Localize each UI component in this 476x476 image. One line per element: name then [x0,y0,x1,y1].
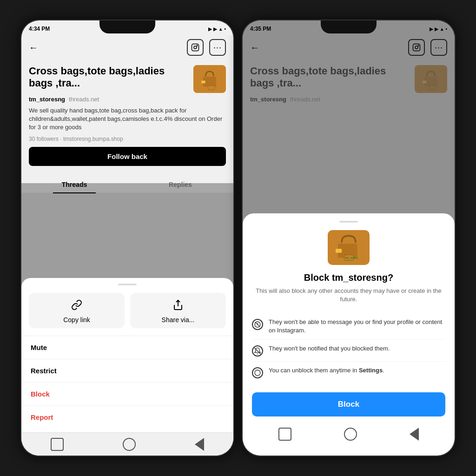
nav-back-btn-left[interactable] [195,438,204,451]
block-subtitle: This will also block any other accounts … [252,287,445,304]
svg-point-1 [194,46,197,49]
profile-header-left: Cross bags,tote bags,ladies bags ,tra... [29,65,226,93]
mute-item[interactable]: Mute [21,336,233,359]
settings-icon [252,367,263,378]
svg-rect-17 [336,249,342,253]
no-notification-icon [252,345,263,357]
svg-text:tm_store: tm_store [345,256,358,259]
right-screen: 4:35 PM ▶ ▶ ▲ • ← ··· [243,20,455,456]
block-confirm-btn[interactable]: Block [252,392,445,416]
copy-link-btn[interactable]: Copy link [29,293,125,328]
modal-bag-image: tm_store [328,230,370,265]
nav-icons-left: ··· [187,39,226,56]
more-options-left[interactable]: ··· [209,39,226,56]
nav-circle-btn-left[interactable] [123,438,136,451]
notch [99,20,155,33]
nav-square-btn-right[interactable] [278,428,291,441]
profile-handle-left: tm_storesng threads.net [29,96,226,103]
follow-back-btn[interactable]: Follow back [29,147,226,166]
nav-back-btn-right[interactable] [410,428,419,441]
block-modal: tm_store Block tm_storesng? This will al… [243,213,455,456]
report-item[interactable]: Report [21,405,233,429]
block-title: Block tm_storesng? [252,272,445,283]
sheet-action-row: Copy link Share via... [21,293,233,336]
notch-right [321,20,377,33]
svg-rect-5 [201,81,205,84]
handle-domain-left: threads.net [69,96,99,103]
sheet-handle [118,284,137,285]
block-info-text-1: They won't be able to message you or fin… [269,318,445,335]
time-left: 4:34 PM [29,26,50,32]
svg-rect-0 [192,44,199,51]
back-arrow-left[interactable]: ← [29,42,38,53]
status-icons-left: ▶ ▶ ▲ • [208,26,226,32]
instagram-icon-left[interactable] [187,39,204,56]
profile-stats-left: 30 followers · tmstoresng.bumpa.shop [29,136,226,142]
block-item[interactable]: Block [21,382,233,405]
profile-title-left: Cross bags,tote bags,ladies bags ,tra... [29,65,189,90]
copy-link-icon [71,299,82,313]
restrict-item[interactable]: Restrict [21,359,233,382]
no-message-icon [252,319,263,330]
svg-point-2 [197,45,198,46]
copy-link-label: Copy link [63,316,90,324]
handle-name-left: tm_storesng [29,96,65,103]
svg-point-23 [255,370,260,376]
block-info-text-3: You can unblock them anytime in Settings… [269,366,384,375]
bottom-sheet: Copy link Share via... Mute [21,278,233,456]
left-screen: 4:34 PM ▶ ▶ ▲ • ← ··· [21,20,233,456]
profile-card-left: Cross bags,tote bags,ladies bags ,tra...… [21,60,233,176]
block-info-3: You can unblock them anytime in Settings… [252,362,445,383]
block-info-text-2: They won't be notified that you blocked … [269,344,390,353]
profile-image-left [193,65,226,93]
share-via-label: Share via... [162,316,195,324]
left-phone: 4:34 PM ▶ ▶ ▲ • ← ··· [20,20,234,456]
block-info-list: They won't be able to message you or fin… [252,313,445,383]
svg-rect-6 [208,86,214,90]
nav-circle-btn-right[interactable] [344,428,357,441]
share-via-btn[interactable]: Share via... [130,293,226,328]
top-nav-left: ← ··· [21,35,233,60]
profile-bio-left: We sell quality hand bags,tote bag,cross… [29,106,226,132]
nav-square-btn-left[interactable] [51,438,64,451]
share-via-icon [172,299,184,313]
block-info-2: They won't be notified that you blocked … [252,340,445,362]
right-phone: 4:35 PM ▶ ▶ ▲ • ← ··· [242,20,456,456]
modal-handle [339,221,358,223]
block-info-1: They won't be able to message you or fin… [252,313,445,340]
